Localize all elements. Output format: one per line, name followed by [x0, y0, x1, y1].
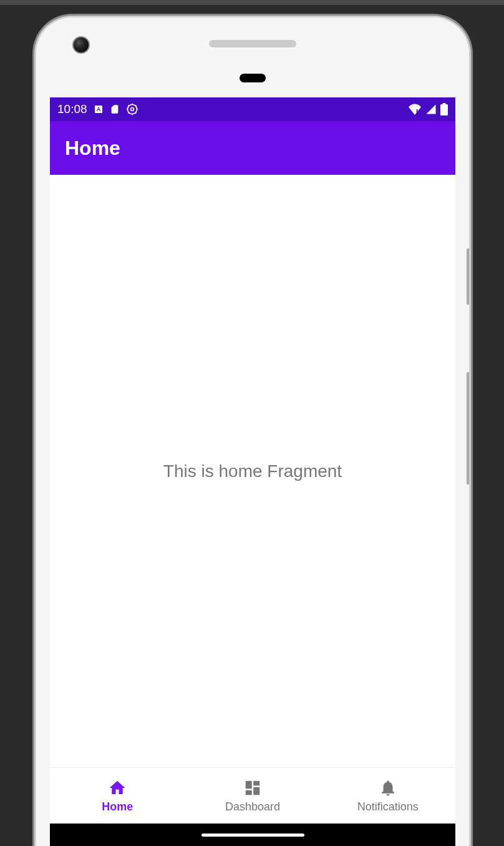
- sd-card-icon: [110, 104, 120, 115]
- side-button: [467, 372, 469, 484]
- svg-rect-14: [443, 103, 446, 105]
- side-button: [467, 248, 469, 305]
- phone-bezel-top: [36, 17, 469, 97]
- home-fragment-text: This is home Fragment: [163, 461, 342, 481]
- bell-icon: [379, 778, 397, 798]
- svg-text:A: A: [96, 106, 100, 112]
- svg-point-2: [130, 108, 133, 111]
- nav-item-notifications[interactable]: Notifications: [320, 768, 455, 824]
- svg-line-10: [135, 112, 136, 113]
- app-bar: Home: [50, 121, 455, 175]
- nav-item-home[interactable]: Home: [50, 768, 185, 824]
- home-icon: [108, 778, 127, 798]
- svg-line-8: [135, 106, 136, 106]
- nav-label-dashboard: Dashboard: [225, 800, 280, 814]
- dashboard-icon: [243, 778, 262, 798]
- signal-icon: [425, 104, 437, 115]
- nav-label-notifications: Notifications: [357, 800, 419, 814]
- svg-rect-13: [440, 104, 448, 116]
- speaker-grille: [209, 40, 296, 47]
- app-bar-title: Home: [65, 137, 120, 160]
- gesture-handle[interactable]: [201, 834, 304, 837]
- wifi-icon: [408, 104, 422, 115]
- phone-screen: 10:08 A: [50, 97, 455, 846]
- nav-item-dashboard[interactable]: Dashboard: [185, 768, 321, 824]
- system-navigation-bar: [50, 824, 455, 846]
- nav-label-home: Home: [102, 800, 133, 814]
- status-time: 10:08: [57, 102, 87, 116]
- content-area: This is home Fragment: [50, 175, 455, 767]
- sensor-pill: [240, 74, 266, 82]
- battery-icon: [440, 103, 448, 116]
- status-bar-left: 10:08 A: [57, 102, 138, 116]
- emulator-top-bar: [0, 0, 504, 5]
- status-bar-right: [408, 103, 448, 116]
- status-bar: 10:08 A: [50, 97, 455, 121]
- svg-line-11: [128, 106, 128, 106]
- settings-gear-icon: [126, 103, 138, 116]
- front-camera: [72, 36, 90, 54]
- phone-frame: 10:08 A: [36, 17, 469, 846]
- keyboard-icon: A: [94, 104, 104, 114]
- bottom-navigation: Home Dashboard Notifications: [50, 767, 455, 824]
- svg-point-3: [127, 105, 137, 114]
- svg-line-9: [128, 112, 128, 113]
- svg-rect-12: [417, 109, 418, 114]
